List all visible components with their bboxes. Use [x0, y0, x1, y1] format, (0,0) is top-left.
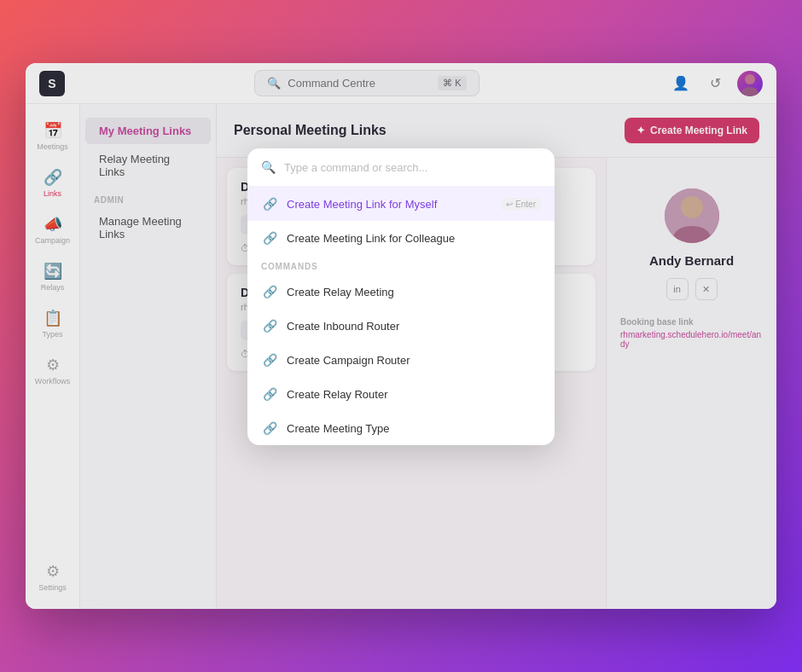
cp-item-label: Create Meeting Link for Myself	[287, 198, 492, 211]
commands-section-header: COMMANDS	[247, 255, 555, 275]
cp-item-create-inbound[interactable]: 🔗 Create Inbound Router	[247, 309, 555, 343]
cp-item-label: Create Meeting Link for Colleague	[287, 232, 541, 245]
relay-router-icon: 🔗	[261, 385, 278, 403]
cp-search-icon: 🔍	[261, 160, 276, 174]
command-palette-overlay[interactable]: 🔍 🔗 Create Meeting Link for Myself ↩ Ent…	[26, 63, 776, 609]
cp-item-label: Create Campaign Router	[287, 354, 541, 367]
cp-search-input[interactable]	[284, 161, 541, 174]
relay-icon: 🔗	[261, 283, 278, 300]
cp-item-create-for-colleague[interactable]: 🔗 Create Meeting Link for Colleague	[247, 221, 555, 255]
meeting-type-icon: 🔗	[261, 420, 278, 437]
create-colleague-icon: 🔗	[261, 229, 278, 246]
cp-item-label: Create Meeting Type	[287, 422, 541, 435]
cp-item-label: Create Inbound Router	[287, 320, 541, 333]
cp-item-label: Create Relay Router	[287, 388, 541, 401]
cp-search-bar: 🔍	[247, 148, 555, 187]
cp-item-create-meeting-type[interactable]: 🔗 Create Meeting Type	[247, 411, 555, 445]
campaign-router-icon: 🔗	[261, 351, 278, 368]
command-palette: 🔍 🔗 Create Meeting Link for Myself ↩ Ent…	[247, 148, 555, 445]
cp-item-create-campaign[interactable]: 🔗 Create Campaign Router	[247, 343, 555, 377]
create-link-icon: 🔗	[261, 195, 278, 212]
cp-item-create-relay[interactable]: 🔗 Create Relay Meeting	[247, 275, 555, 309]
enter-badge: ↩ Enter	[501, 198, 541, 211]
cp-item-label: Create Relay Meeting	[287, 286, 541, 298]
cp-item-create-relay-router[interactable]: 🔗 Create Relay Router	[247, 377, 555, 411]
inbound-icon: 🔗	[261, 317, 278, 334]
cp-item-create-for-myself[interactable]: 🔗 Create Meeting Link for Myself ↩ Enter	[247, 187, 555, 221]
